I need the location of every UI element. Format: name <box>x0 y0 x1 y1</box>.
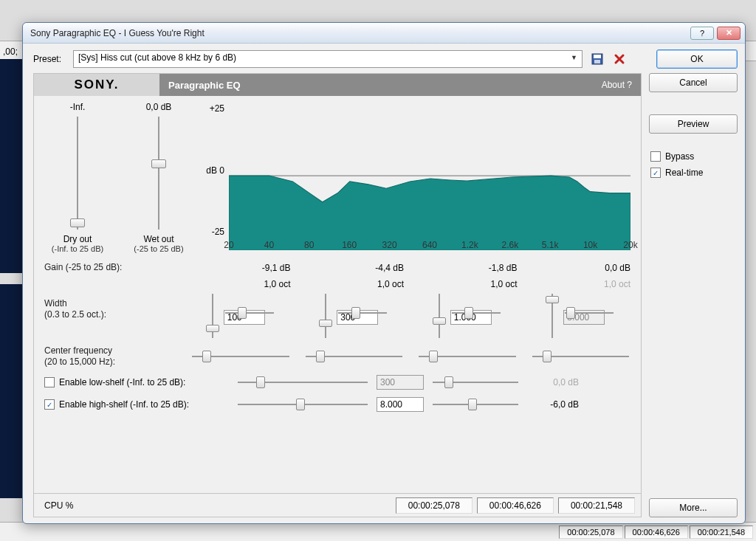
bypass-checkbox[interactable] <box>650 151 661 162</box>
bg-status-strip: 00:00:25,078 00:00:46,626 00:00:21,548 <box>0 522 756 541</box>
wet-out-column: 0,0 dB Wet out (-25 to 25 dB) <box>126 102 192 253</box>
realtime-label: Real-time <box>665 168 703 178</box>
band4-center-freq-slider[interactable] <box>531 351 631 362</box>
band1-gain-slider[interactable] <box>206 292 219 340</box>
band2-controls: 1,0 oct <box>304 279 405 340</box>
cancel-button[interactable]: Cancel <box>649 73 738 92</box>
low-shelf-label: Enable low-shelf (-Inf. to 25 dB): <box>59 377 185 387</box>
help-button[interactable]: ? <box>690 27 714 40</box>
dry-out-label: Dry out <box>63 234 92 244</box>
eq-curve-svg <box>229 102 630 250</box>
band2-center-freq-slider[interactable] <box>304 351 405 362</box>
band3-center-freq-slider[interactable] <box>417 351 518 362</box>
footer-time: 00:00:25,078 <box>396 497 472 514</box>
footer-time: 00:00:46,626 <box>477 497 554 514</box>
high-shelf-row: ✓ Enable high-shelf (-Inf. to 25 dB): -6… <box>44 397 630 412</box>
close-button[interactable]: ✕ <box>717 27 740 40</box>
high-shelf-label: Enable high-shelf (-Inf. to 25 dB): <box>59 399 189 410</box>
bg-status-time: 00:00:21,548 <box>690 526 753 539</box>
band2-gain-value: -4,4 dB <box>304 263 405 273</box>
cpu-label: CPU % <box>40 500 391 511</box>
svg-rect-2 <box>594 60 600 63</box>
gain-label: Gain (-25 to 25 dB): <box>44 262 177 273</box>
width-label: Width (0.3 to 2.5 oct.): <box>44 298 177 320</box>
slider-thumb[interactable] <box>70 218 85 227</box>
wet-out-slider[interactable] <box>151 114 166 232</box>
preset-label: Preset: <box>33 54 66 64</box>
eq-dialog: Sony Paragraphic EQ - I Guess You're Rig… <box>22 22 746 524</box>
plugin-name: Paragraphic EQ <box>159 80 593 91</box>
high-shelf-freq-slider[interactable] <box>236 399 369 410</box>
band3-gain-slider[interactable] <box>433 292 446 340</box>
bg-status-time: 00:00:46,626 <box>625 526 688 539</box>
high-shelf-checkbox[interactable]: ✓ <box>44 399 55 410</box>
eq-graph: +25 dB 0 -25 2040801603206401.2k <box>201 102 630 253</box>
brand-logo: SONY. <box>34 74 159 96</box>
eq-panel: SONY. Paragraphic EQ About ? -Inf. Dry o… <box>33 73 642 517</box>
dry-out-value: -Inf. <box>70 102 86 112</box>
right-buttons: Cancel Preview Bypass ✓ Real-time More..… <box>649 73 738 517</box>
bg-status-time: 00:00:25,078 <box>559 526 622 539</box>
ok-button[interactable]: OK <box>656 49 738 69</box>
wet-out-range: (-25 to 25 dB) <box>134 244 183 253</box>
band4-gain-slider[interactable] <box>546 292 559 340</box>
low-shelf-db-value: 0,0 dB <box>527 377 579 387</box>
high-shelf-db-slider[interactable] <box>431 399 520 410</box>
low-shelf-freq-slider[interactable] <box>236 376 369 388</box>
band1-gain-value: -9,1 dB <box>190 263 291 273</box>
band1-controls: 1,0 oct <box>190 279 291 340</box>
panel-footer: CPU % 00:00:25,078 00:00:46,626 00:00:21… <box>34 493 641 517</box>
band4-controls: 1,0 oct <box>531 279 631 340</box>
high-shelf-db-value: -6,0 dB <box>527 399 579 410</box>
preset-value: [Sys] Hiss cut (cut above 8 kHz by 6 dB) <box>78 52 236 63</box>
low-shelf-checkbox[interactable] <box>44 377 55 387</box>
plugin-header: SONY. Paragraphic EQ About ? <box>34 74 641 96</box>
dry-out-column: -Inf. Dry out (-Inf. to 25 dB) <box>44 102 111 253</box>
svg-rect-1 <box>594 55 601 58</box>
bypass-row: Bypass <box>649 151 738 162</box>
footer-time: 00:00:21,548 <box>558 497 635 514</box>
band2-gain-slider[interactable] <box>319 292 332 340</box>
graph-y-axis: +25 dB 0 -25 <box>201 102 229 253</box>
graph-x-axis: 2040801603206401.2k2.6k5.1k10k20k <box>229 240 630 253</box>
window-title: Sony Paragraphic EQ - I Guess You're Rig… <box>30 28 687 38</box>
low-shelf-db-slider[interactable] <box>431 376 520 388</box>
slider-thumb[interactable] <box>151 159 166 168</box>
wet-out-label: Wet out <box>143 234 173 244</box>
about-link[interactable]: About ? <box>593 80 641 90</box>
titlebar[interactable]: Sony Paragraphic EQ - I Guess You're Rig… <box>23 23 745 44</box>
more-button[interactable]: More... <box>649 498 738 517</box>
band3-gain-value: -1,8 dB <box>417 263 518 273</box>
low-shelf-freq-input[interactable] <box>377 375 424 390</box>
band1-center-freq-slider[interactable] <box>190 351 291 362</box>
preset-dropdown[interactable]: [Sys] Hiss cut (cut above 8 kHz by 6 dB) <box>73 50 583 68</box>
dry-out-slider[interactable] <box>70 114 85 232</box>
dry-out-range: (-Inf. to 25 dB) <box>52 244 103 253</box>
save-preset-icon[interactable] <box>590 52 605 66</box>
band4-gain-value: 0,0 dB <box>531 263 631 273</box>
band3-controls: 1,0 oct <box>417 279 518 340</box>
preview-button[interactable]: Preview <box>649 114 738 134</box>
bypass-label: Bypass <box>665 151 694 162</box>
low-shelf-row: Enable low-shelf (-Inf. to 25 dB): 0,0 d… <box>44 375 630 390</box>
delete-preset-icon[interactable] <box>612 52 627 66</box>
realtime-checkbox[interactable]: ✓ <box>650 168 661 178</box>
realtime-row: ✓ Real-time <box>649 168 738 178</box>
wet-out-value: 0,0 dB <box>146 102 172 112</box>
high-shelf-freq-input[interactable] <box>377 397 424 412</box>
center-freq-label: Center frequency (20 to 15,000 Hz): <box>44 345 177 368</box>
